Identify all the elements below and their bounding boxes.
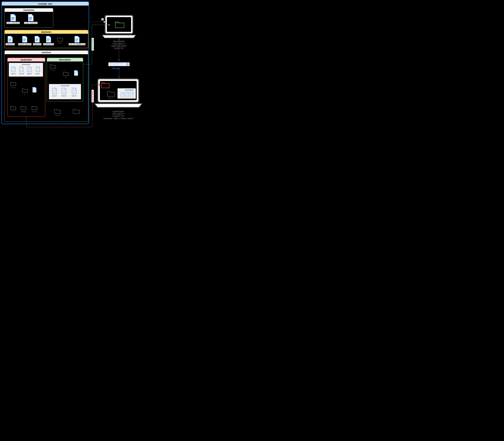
device-role: "CLIENT PC" <box>96 115 140 117</box>
svg-rect-7 <box>8 40 11 40</box>
svg-point-42 <box>122 65 122 65</box>
file-label: install-r.. <box>35 73 41 75</box>
document-blank-icon <box>11 66 16 72</box>
router-icon <box>108 62 130 66</box>
documents-icon <box>120 92 135 98</box>
svg-point-37 <box>114 65 115 65</box>
file-bs-start-sh: start.sh <box>50 88 58 97</box>
file-install-r: install-r.. <box>34 66 42 75</box>
qc-commands-title: commands <box>123 89 136 91</box>
svg-rect-1 <box>11 18 15 19</box>
quadcopter-title: Quadcopter <box>8 58 45 62</box>
basestation-label: Basestation <192.168.0.1> <ROS MASTER> "… <box>105 40 133 49</box>
svg-point-43 <box>123 65 124 65</box>
folder-icon <box>63 71 69 76</box>
svg-point-31 <box>120 63 121 64</box>
document-icon <box>10 14 17 21</box>
folder-label: bringup <box>20 111 27 112</box>
basestation-laptop <box>101 14 137 40</box>
file-reboot: reboot.yml <box>33 36 41 46</box>
machines-title: machines <box>5 51 88 54</box>
document-blank-icon <box>19 66 24 72</box>
document-blank-icon <box>61 88 67 94</box>
svg-rect-9 <box>23 39 26 39</box>
main-title: example_aws <box>2 2 89 6</box>
file-mars-exploration: mars_exploration <box>7 14 20 24</box>
commands-title: commands <box>9 63 43 66</box>
svg-point-26 <box>113 63 113 64</box>
svg-rect-16 <box>47 40 50 40</box>
file-label: mars_exploration <box>7 22 20 24</box>
file-label: mission_stop.yml <box>18 43 32 45</box>
synced-folder-green-label: synced folder <box>92 38 94 50</box>
svg-point-29 <box>117 63 118 64</box>
file-bridge-inspection: bridge_inspection <box>24 14 37 24</box>
folder-icon <box>32 105 37 110</box>
file-label: proj_set_variables.yml <box>69 43 85 45</box>
file-bs-build-sh: build.sh <box>70 88 78 97</box>
folder-label: Rover <box>54 114 61 116</box>
file-mission: mission.yml <box>6 36 15 46</box>
folder-icon <box>57 36 63 42</box>
svg-point-38 <box>116 65 116 65</box>
svg-rect-3 <box>29 17 32 18</box>
svg-rect-12 <box>35 39 38 39</box>
folder-label: ros_ws <box>10 87 16 88</box>
router-label: Router <box>112 67 120 70</box>
svg-point-41 <box>120 65 121 65</box>
svg-rect-19 <box>75 40 78 40</box>
svg-point-24 <box>110 63 110 64</box>
file-shutdown: shutdown.yml <box>43 36 54 46</box>
svg-rect-8 <box>8 41 11 41</box>
folder-src: src <box>22 88 28 95</box>
synced-folder-red-label: synced folder <box>92 90 94 102</box>
document-blank-icon <box>27 66 32 72</box>
file-reset-sh: reset.sh <box>18 66 25 75</box>
document-blank-icon <box>32 87 37 93</box>
laptop-icon <box>101 14 137 40</box>
badge-1: 1 <box>101 18 104 21</box>
device-name: Basestation <box>105 40 133 43</box>
file-label: bridge_inspection <box>24 22 37 24</box>
svg-point-30 <box>119 63 119 64</box>
folder-icon <box>20 105 27 110</box>
device-name: Quadcopter <box>96 110 140 112</box>
document-blank-icon <box>52 88 57 94</box>
folder-bs-ros-ws: ros_ws <box>50 63 56 71</box>
basestation-title: Basestation <box>47 58 83 62</box>
svg-rect-4 <box>29 18 32 19</box>
svg-point-32 <box>122 63 122 64</box>
folder-mavros: mavros <box>32 105 37 112</box>
laptop-icon <box>94 77 143 109</box>
svg-point-28 <box>116 63 116 64</box>
document-blank-icon <box>74 70 79 76</box>
qc-ros-ws-label: ros_ws <box>108 97 113 99</box>
file-build-sh: build.sh <box>26 66 33 75</box>
folder-icon <box>10 81 16 86</box>
folder-label: src <box>63 76 69 78</box>
device-ip: <192.168.0.1> <box>105 43 133 45</box>
file-label: reset.sh <box>61 95 67 97</box>
folder-label: tasks <box>57 42 63 44</box>
file-label: reboot.yml <box>33 43 41 45</box>
svg-point-36 <box>113 65 113 65</box>
document-icon <box>22 36 28 43</box>
file-label: mission.yml <box>6 43 15 45</box>
inventories-title: inventories <box>5 8 53 12</box>
folder-placeholder: <---> <box>10 105 16 112</box>
folder-icon <box>54 108 61 114</box>
device-role: "HOST PC" <box>105 47 133 49</box>
file-label: shutdown.yml <box>43 43 54 45</box>
playbooks-title: playbooks <box>5 30 88 34</box>
device-desc: "machine" with a "robot_name" <box>96 117 140 120</box>
router <box>108 62 130 66</box>
svg-rect-20 <box>75 41 77 41</box>
src-doc-placeholder <box>32 87 37 93</box>
svg-rect-5 <box>29 19 32 20</box>
svg-rect-2 <box>11 19 14 20</box>
folder-tasks: tasks <box>57 36 63 44</box>
svg-rect-13 <box>35 40 38 40</box>
svg-rect-14 <box>35 41 37 41</box>
file-label: reset.sh <box>18 73 25 75</box>
folder-rover: Rover <box>54 108 61 116</box>
